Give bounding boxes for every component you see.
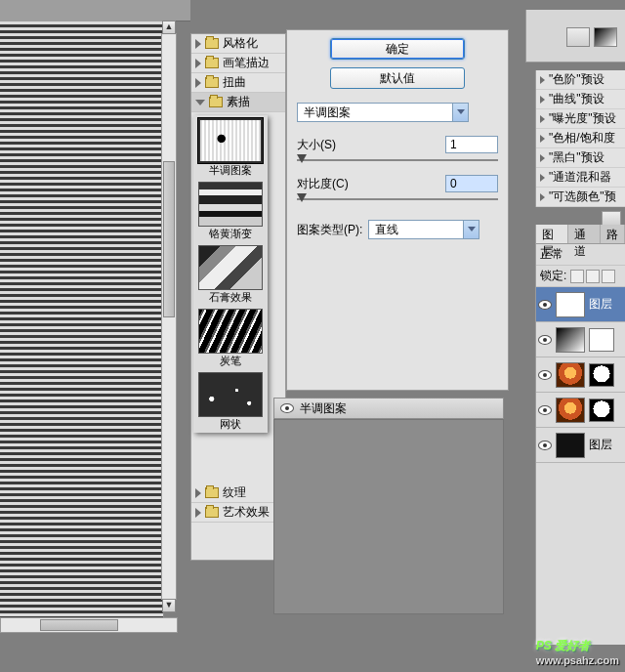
preset-exposure[interactable]: "曝光度"预设 [536, 109, 625, 129]
scroll-down-arrow[interactable]: ▼ [162, 599, 176, 612]
size-input[interactable] [445, 136, 498, 153]
contrast-input[interactable] [445, 175, 498, 192]
tree-item-distort[interactable]: 扭曲 [191, 73, 285, 93]
lock-label: 锁定: [540, 268, 566, 284]
preset-label: "曝光度"预设 [549, 110, 616, 127]
chrome-preview-icon [198, 182, 263, 227]
layer-mask-thumbnail[interactable] [589, 328, 614, 352]
preset-curves[interactable]: "曲线"预设 [536, 90, 625, 109]
layer-item[interactable] [536, 393, 625, 428]
layer-mask-thumbnail[interactable] [589, 399, 614, 422]
disclosure-triangle-icon [540, 96, 545, 104]
contrast-label: 对比度(C) [297, 176, 445, 192]
tree-item-label: 艺术效果 [223, 504, 270, 521]
tree-item-stylize[interactable]: 风格化 [191, 34, 285, 54]
preset-levels[interactable]: "色阶"预设 [536, 70, 625, 90]
folder-icon [205, 487, 219, 498]
tree-item-label: 扭曲 [223, 74, 246, 91]
quickmask-icon[interactable] [566, 27, 590, 47]
preset-channelmixer[interactable]: "通道混和器 [536, 168, 625, 188]
folder-icon [205, 58, 219, 68]
pattern-type-label: 图案类型(P): [297, 222, 362, 238]
visibility-eye-icon[interactable] [538, 300, 552, 310]
gradient-icon[interactable] [594, 27, 617, 47]
tree-item-texture[interactable]: 纹理 [191, 483, 285, 503]
filter-thumb-charcoal[interactable]: 炭笔 [193, 306, 268, 369]
size-label: 大小(S) [297, 137, 445, 153]
vertical-scroll-thumb[interactable] [163, 161, 175, 317]
adjustment-presets-panel: "色阶"预设 "曲线"预设 "曝光度"预设 "色相/饱和度 "黑白"预设 "通道… [535, 70, 625, 207]
halftone-preview-icon [198, 118, 263, 163]
slider-thumb-icon[interactable] [297, 193, 307, 202]
filter-thumb-halftone[interactable]: 半调图案 [193, 115, 268, 179]
filter-select[interactable]: 半调图案 [297, 103, 469, 122]
layer-name[interactable]: 图层 [589, 437, 612, 453]
layer-name[interactable]: 图层 [589, 296, 612, 313]
disclosure-triangle-icon [195, 488, 201, 498]
contrast-slider[interactable] [297, 198, 498, 200]
size-slider[interactable] [297, 159, 498, 161]
disclosure-triangle-icon [540, 135, 545, 143]
blend-mode-value[interactable]: 正常 [540, 246, 563, 263]
filter-thumb-reticulation[interactable]: 网状 [193, 369, 268, 433]
vertical-scrollbar[interactable]: ▲ ▼ [161, 33, 177, 600]
layer-item[interactable] [536, 357, 625, 393]
disclosure-triangle-icon [540, 154, 545, 162]
tab-paths[interactable]: 路 [601, 225, 625, 243]
horizontal-scrollbar[interactable] [0, 617, 178, 633]
preset-label: "色阶"预设 [549, 71, 604, 88]
folder-icon [209, 97, 223, 107]
tree-item-label: 素描 [227, 94, 250, 110]
scroll-up-arrow[interactable]: ▲ [162, 21, 176, 34]
filter-thumb-plaster[interactable]: 石膏效果 [193, 242, 268, 306]
preset-label: "可选颜色"预 [549, 189, 616, 205]
layer-thumbnail[interactable] [556, 398, 585, 423]
visibility-eye-icon[interactable] [538, 405, 552, 415]
layer-mask-thumbnail[interactable] [589, 363, 614, 387]
lock-position-icon[interactable] [602, 270, 615, 283]
preset-selectivecolor[interactable]: "可选颜色"预 [536, 188, 625, 207]
tree-item-label: 画笔描边 [223, 55, 270, 71]
lock-transparency-icon[interactable] [570, 270, 584, 283]
preset-huesat[interactable]: "色相/饱和度 [536, 129, 625, 148]
visibility-eye-icon[interactable] [280, 403, 294, 413]
preset-label: "曲线"预设 [549, 91, 604, 107]
visibility-eye-icon[interactable] [538, 335, 552, 345]
pattern-type-select[interactable]: 直线 [368, 220, 479, 239]
tree-item-brushstrokes[interactable]: 画笔描边 [191, 54, 285, 73]
charcoal-preview-icon [198, 309, 263, 354]
layer-thumbnail[interactable] [556, 327, 585, 353]
tree-item-artistic[interactable]: 艺术效果 [191, 503, 285, 523]
thumb-label: 铬黄渐变 [193, 227, 268, 240]
tab-channels[interactable]: 通道 [568, 225, 601, 243]
thumb-label: 石膏效果 [193, 290, 268, 304]
layer-thumbnail[interactable] [556, 292, 585, 317]
effect-layer-bar[interactable]: 半调图案 [273, 398, 504, 419]
tree-item-sketch[interactable]: 素描 [191, 93, 285, 112]
layer-item[interactable] [536, 322, 625, 357]
layer-item[interactable]: 图层 [536, 287, 625, 322]
layer-item[interactable]: 图层 [536, 428, 625, 463]
disclosure-triangle-icon [540, 193, 545, 201]
visibility-eye-icon[interactable] [538, 370, 552, 380]
lock-pixels-icon[interactable] [586, 270, 600, 283]
watermark-url: www.psahz.com [536, 654, 619, 666]
slider-thumb-icon[interactable] [297, 154, 307, 163]
thumb-label: 网状 [193, 417, 268, 431]
disclosure-triangle-icon [195, 508, 201, 518]
tab-layers[interactable]: 图层 [536, 225, 568, 243]
layer-thumbnail[interactable] [556, 362, 585, 388]
visibility-eye-icon[interactable] [538, 441, 552, 450]
canvas[interactable] [0, 21, 164, 617]
default-button[interactable]: 默认值 [330, 67, 465, 89]
size-param-row: 大小(S) [297, 136, 498, 153]
preset-bw[interactable]: "黑白"预设 [536, 148, 625, 168]
lock-row: 锁定: [536, 266, 625, 287]
chevron-down-icon [452, 104, 468, 121]
filter-thumb-chrome[interactable]: 铬黄渐变 [193, 179, 268, 242]
reticulation-preview-icon [198, 372, 263, 417]
layer-thumbnail[interactable] [556, 433, 585, 458]
horizontal-scroll-thumb[interactable] [40, 619, 118, 631]
ok-button[interactable]: 确定 [330, 38, 465, 60]
disclosure-triangle-icon [195, 39, 201, 49]
